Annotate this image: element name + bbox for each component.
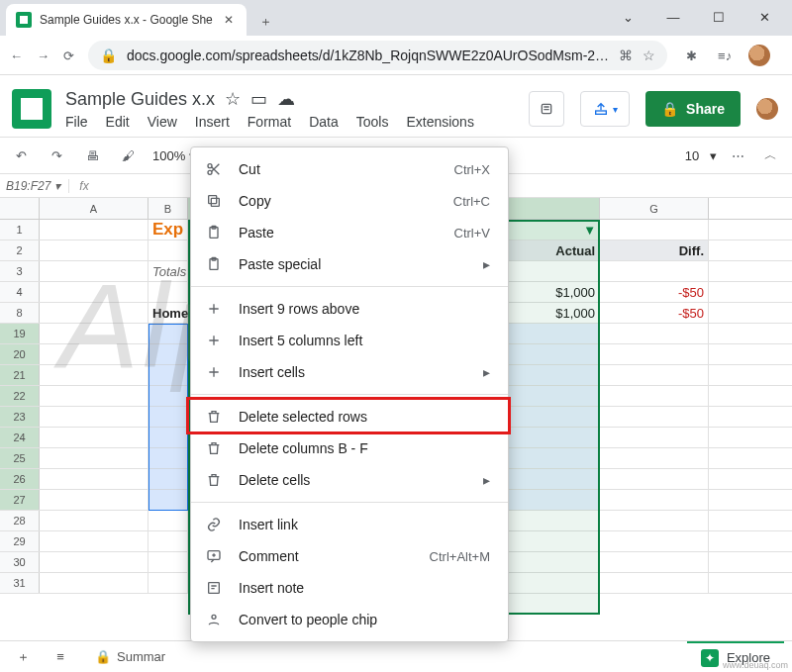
menu-view[interactable]: View xyxy=(148,114,177,130)
sheet-tabs-bar: ＋ ≡ 🔒 Summar ✦ Explore xyxy=(0,640,792,672)
row-header[interactable]: 26 xyxy=(0,469,40,489)
minimize-button[interactable]: — xyxy=(651,2,695,32)
ctx-label: Convert to people chip xyxy=(239,612,377,627)
people-icon xyxy=(205,611,223,628)
ctx-copy[interactable]: CopyCtrl+C xyxy=(191,185,508,217)
title-cell[interactable]: Exp xyxy=(148,220,188,240)
add-sheet-button[interactable]: ＋ xyxy=(8,643,38,671)
row-header[interactable]: 2 xyxy=(0,240,40,260)
chevron-down-icon[interactable]: ⌄ xyxy=(606,2,649,32)
menu-file[interactable]: File xyxy=(65,114,88,130)
share-button[interactable]: 🔒 Share xyxy=(645,91,741,127)
forward-button[interactable]: → xyxy=(37,46,50,65)
trash-icon xyxy=(205,471,223,489)
paste-icon xyxy=(205,255,223,273)
menu-format[interactable]: Format xyxy=(248,114,291,130)
credit-text: www.deuaq.com xyxy=(723,660,788,670)
ctx-people-chip[interactable]: Convert to people chip xyxy=(191,604,508,635)
ctx-label: Insert 9 rows above xyxy=(239,301,359,317)
ctx-comment[interactable]: CommentCtrl+Alt+M xyxy=(191,540,508,572)
account-avatar[interactable] xyxy=(756,98,778,120)
url-input[interactable]: 🔒 docs.google.com/spreadsheets/d/1kZ8Nb_… xyxy=(88,41,667,70)
row-header[interactable]: 4 xyxy=(0,282,40,302)
row-header[interactable]: 28 xyxy=(0,511,40,530)
ctx-insert-cells[interactable]: Insert cells▸ xyxy=(191,356,508,388)
history-button[interactable] xyxy=(529,91,564,127)
close-tab-icon[interactable]: ✕ xyxy=(221,12,237,28)
ctx-cut[interactable]: CutCtrl+X xyxy=(191,153,508,185)
row-header[interactable]: 30 xyxy=(0,552,40,572)
profile-avatar[interactable] xyxy=(748,45,770,66)
ctx-label: Delete cells xyxy=(239,472,310,488)
sheets-logo-icon[interactable] xyxy=(12,89,51,129)
ctx-delete-rows[interactable]: Delete selected rows xyxy=(191,401,508,432)
menu-edit[interactable]: Edit xyxy=(106,114,130,130)
ctx-delete-cols[interactable]: Delete columns B - F xyxy=(191,432,508,464)
row-header[interactable]: 24 xyxy=(0,428,40,447)
svg-rect-5 xyxy=(209,196,217,204)
row-header[interactable]: 22 xyxy=(0,386,40,406)
quick-share-button[interactable]: ▾ xyxy=(580,91,630,127)
back-button[interactable]: ← xyxy=(10,46,23,65)
bookmark-icon[interactable]: ☆ xyxy=(643,48,655,63)
doc-title[interactable]: Sample Guides x.x xyxy=(65,89,215,110)
more-tools-button[interactable]: ⋯ xyxy=(727,144,748,166)
all-sheets-button[interactable]: ≡ xyxy=(46,643,75,671)
row-header[interactable]: 25 xyxy=(0,448,40,468)
sheet-tab[interactable]: 🔒 Summar xyxy=(83,643,177,671)
undo-button[interactable]: ↶ xyxy=(10,144,32,166)
menu-data[interactable]: Data xyxy=(309,114,339,130)
move-icon[interactable]: ▭ xyxy=(250,88,267,110)
close-window-button[interactable]: ✕ xyxy=(742,2,786,32)
row-header[interactable]: 21 xyxy=(0,365,40,385)
cloud-icon[interactable]: ☁ xyxy=(277,88,295,110)
row-header[interactable]: 20 xyxy=(0,344,40,364)
name-box[interactable]: B19:F27 ▾ xyxy=(0,179,69,193)
print-button[interactable]: 🖶 xyxy=(81,144,103,166)
cut-icon xyxy=(205,160,223,178)
col-header-b[interactable]: B xyxy=(148,198,188,219)
diff-header[interactable]: Diff. xyxy=(600,240,709,260)
ctx-note[interactable]: Insert note xyxy=(191,572,508,604)
menu-extensions[interactable]: Extensions xyxy=(406,114,473,130)
reload-button[interactable]: ⟳ xyxy=(63,46,74,65)
ctx-paste-special[interactable]: Paste special▸ xyxy=(191,248,508,280)
row-header[interactable]: 3 xyxy=(0,261,40,281)
menu-tools[interactable]: Tools xyxy=(356,114,389,130)
star-icon[interactable]: ☆ xyxy=(225,88,241,110)
col-header-a[interactable]: A xyxy=(40,198,148,219)
font-size-dropdown[interactable]: 10 ▾ xyxy=(685,148,717,163)
translate-icon[interactable]: ⌘ xyxy=(619,48,633,63)
link-icon xyxy=(205,516,223,533)
ctx-insert-link[interactable]: Insert link xyxy=(191,509,508,540)
sheets-favicon-icon xyxy=(16,12,32,28)
redo-button[interactable]: ↷ xyxy=(46,144,67,166)
playlist-icon[interactable]: ≡♪ xyxy=(715,46,735,65)
paint-format-button[interactable]: 🖌 xyxy=(117,144,139,166)
menu-icon[interactable]: ⋮ xyxy=(784,46,792,65)
maximize-button[interactable]: ☐ xyxy=(697,2,741,32)
collapse-toolbar-button[interactable]: ︿ xyxy=(758,144,782,167)
new-tab-button[interactable]: ＋ xyxy=(252,8,280,36)
fx-label: fx xyxy=(69,179,99,193)
row-header[interactable]: 27 xyxy=(0,490,40,510)
plus-icon xyxy=(205,363,223,381)
row-header[interactable]: 29 xyxy=(0,531,40,551)
row-header[interactable]: 8 xyxy=(0,303,40,323)
extensions-icon[interactable]: ✱ xyxy=(681,46,701,65)
ctx-paste[interactable]: PasteCtrl+V xyxy=(191,217,508,248)
row-header[interactable]: 19 xyxy=(0,324,40,343)
col-header-g[interactable]: G xyxy=(600,198,709,219)
ctx-delete-cells[interactable]: Delete cells▸ xyxy=(191,464,508,496)
ctx-insert-rows[interactable]: Insert 9 rows above xyxy=(191,293,508,325)
row-header[interactable]: 1 xyxy=(0,220,40,240)
menu-insert[interactable]: Insert xyxy=(195,114,230,130)
submenu-arrow-icon: ▸ xyxy=(483,256,490,272)
ctx-insert-cols[interactable]: Insert 5 columns left xyxy=(191,325,508,356)
select-all-corner[interactable] xyxy=(0,198,40,219)
tab-title: Sample Guides x.x - Google She xyxy=(40,13,213,27)
row-header[interactable]: 23 xyxy=(0,407,40,427)
row-header[interactable]: 31 xyxy=(0,573,40,593)
browser-tab[interactable]: Sample Guides x.x - Google She ✕ xyxy=(6,4,247,36)
svg-rect-4 xyxy=(211,198,219,206)
